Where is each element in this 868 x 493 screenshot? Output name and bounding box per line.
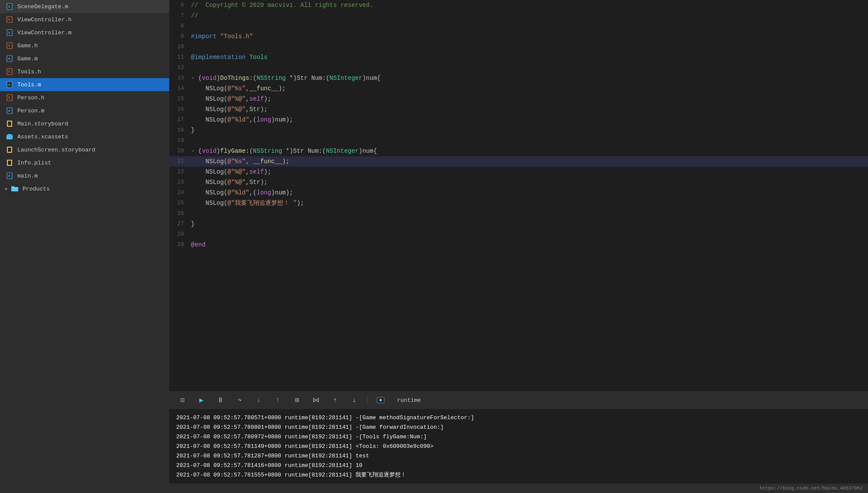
layout-btn[interactable]: ⊡ xyxy=(176,394,188,406)
token-plain: ) xyxy=(217,148,220,154)
sidebar-item-game-m[interactable]: mGame.m xyxy=(0,52,169,65)
line-number-11: 11 xyxy=(169,52,191,62)
token-nsinteger: NSInteger xyxy=(326,148,359,154)
token-func: flyGame xyxy=(220,148,246,154)
token-plain: ( xyxy=(198,75,202,82)
token-keyword: void xyxy=(202,75,217,82)
sidebar-item-label-tools-m: Tools.m xyxy=(17,82,41,88)
line-content-27: } xyxy=(191,219,868,229)
svg-text:m: m xyxy=(8,5,10,9)
sidebar-item-main-m[interactable]: mmain.m xyxy=(0,169,169,182)
token-keyword: void xyxy=(202,148,217,154)
sidebar-item-view-controller-m[interactable]: mViewController.m xyxy=(0,26,169,39)
line-content-29: @end xyxy=(191,240,868,250)
console-line-4: 2021-07-08 09:52:57.781287+0800 runtime[… xyxy=(176,451,861,461)
sidebar-item-label-scene-delegate-m: SceneDelegate.m xyxy=(17,3,68,10)
line-number-17: 17 xyxy=(169,115,191,125)
sidebar-item-assets-xcassets[interactable]: Assets.xcassets xyxy=(0,130,169,143)
run-btn[interactable]: ▶ xyxy=(195,394,207,406)
token-string: @"%ld" xyxy=(227,189,249,196)
branch-btn[interactable]: ⋈ xyxy=(310,394,322,406)
m-file-icon: m xyxy=(5,28,14,37)
code-line-10: 10 xyxy=(169,42,868,52)
token-plain: , xyxy=(246,158,253,165)
token-minus: - xyxy=(191,148,198,154)
sidebar-item-tools-h[interactable]: hTools.h xyxy=(0,65,169,78)
token-string: @"%@" xyxy=(227,95,246,102)
code-line-22: 22 NSLog(@"%@",self); xyxy=(169,167,868,177)
pause-btn[interactable]: ⏸ xyxy=(214,394,227,406)
code-line-6: 6// Copyright © 2020 macvivi. All rights… xyxy=(169,0,868,10)
sidebar: mSceneDelegate.mhViewController.hmViewCo… xyxy=(0,0,169,493)
token-func: DoThings xyxy=(220,75,249,82)
token-plain: NSLog( xyxy=(191,106,227,113)
code-line-7: 7// xyxy=(169,10,868,21)
share-btn[interactable]: ⇡ xyxy=(329,394,341,406)
token-plain: } xyxy=(191,220,194,227)
line-number-8: 8 xyxy=(169,21,191,31)
token-plain: ,( xyxy=(249,116,256,123)
sidebar-group-label-products: Products xyxy=(23,186,49,192)
svg-text:h: h xyxy=(8,96,10,100)
line-content-20: - (void)flyGame:(NSString *)Str Num:(NSI… xyxy=(191,146,868,156)
svg-text:m: m xyxy=(8,83,10,87)
code-line-27: 27} xyxy=(169,219,868,229)
code-line-12: 12 xyxy=(169,62,868,73)
code-line-13: 13- (void)DoThings:(NSString *)Str Num:(… xyxy=(169,73,868,83)
token-string: @"%s" xyxy=(227,158,246,165)
token-string: @"%s" xyxy=(227,85,246,92)
sidebar-group-products[interactable]: ▶Products xyxy=(0,182,169,195)
code-line-14: 14 NSLog(@"%s",__func__); xyxy=(169,83,868,94)
sidebar-item-scene-delegate-m[interactable]: mSceneDelegate.m xyxy=(0,0,169,13)
sidebar-item-tools-m[interactable]: mTools.m xyxy=(0,78,169,91)
sidebar-item-game-h[interactable]: hGame.h xyxy=(0,39,169,52)
token-plain: NSLog( xyxy=(191,85,227,92)
svg-text:h: h xyxy=(8,44,10,48)
sidebar-item-label-view-controller-h: ViewController.h xyxy=(17,16,72,23)
token-comment: // Copyright © 2020 macvivi. All rights … xyxy=(191,2,373,9)
token-plain: NSLog( xyxy=(191,168,227,175)
url-bar: https://blog.csdn.net/baidu_40537062 xyxy=(169,483,868,493)
h-file-icon: h xyxy=(5,67,14,76)
sidebar-item-launch-screen-storyboard[interactable]: LaunchScreen.storyboard xyxy=(0,143,169,156)
step-into-btn[interactable]: ↓ xyxy=(253,394,265,406)
token-impl: @implementation xyxy=(191,54,246,61)
line-number-29: 29 xyxy=(169,240,191,250)
line-content-25: NSLog(@"我要飞翔追逐梦想！ "); xyxy=(191,198,868,208)
token-plain: ); xyxy=(282,158,289,165)
sidebar-item-view-controller-h[interactable]: hViewController.h xyxy=(0,13,169,26)
token-plain: NSLog( xyxy=(191,95,227,102)
m-file-icon: m xyxy=(5,106,14,115)
code-line-19: 19 xyxy=(169,135,868,146)
sidebar-item-person-h[interactable]: hPerson.h xyxy=(0,91,169,104)
token-plain: NSLog( xyxy=(191,179,227,186)
step-over-btn[interactable]: ↷ xyxy=(233,394,246,406)
line-number-27: 27 xyxy=(169,219,191,229)
code-line-29: 29@end xyxy=(169,240,868,250)
export-btn[interactable]: ⇣ xyxy=(348,394,360,406)
sidebar-item-main-storyboard[interactable]: Main.storyboard xyxy=(0,117,169,130)
plist-file-icon xyxy=(5,158,14,167)
token-nsstring: NSString xyxy=(253,148,282,154)
step-out-btn[interactable]: ↑ xyxy=(272,394,284,406)
token-minus: - xyxy=(191,75,198,82)
token-plain: ( xyxy=(198,148,202,154)
token-plain: ,Str); xyxy=(246,106,267,113)
frame-btn[interactable]: ⊞ xyxy=(291,394,303,406)
sidebar-item-info-plist[interactable]: Info.plist xyxy=(0,156,169,169)
console-line-5: 2021-07-08 09:52:57.781416+0800 runtime[… xyxy=(176,461,861,470)
svg-rect-19 xyxy=(8,122,11,126)
token-plain: *)Str Num:( xyxy=(286,75,329,82)
sidebar-item-label-game-m: Game.m xyxy=(17,56,38,62)
token-plain: )num); xyxy=(271,189,293,196)
line-number-18: 18 xyxy=(169,125,191,135)
runtime-icon xyxy=(375,394,387,406)
line-number-15: 15 xyxy=(169,94,191,104)
token-keyword: self xyxy=(249,95,264,102)
svg-rect-25 xyxy=(8,161,11,165)
token-end: @end xyxy=(191,241,206,248)
sidebar-item-person-m[interactable]: mPerson.m xyxy=(0,104,169,117)
chevron-right-icon: ▶ xyxy=(5,186,8,191)
code-line-20: 20- (void)flyGame:(NSString *)Str Num:(N… xyxy=(169,146,868,156)
token-plain: ); xyxy=(279,85,286,92)
